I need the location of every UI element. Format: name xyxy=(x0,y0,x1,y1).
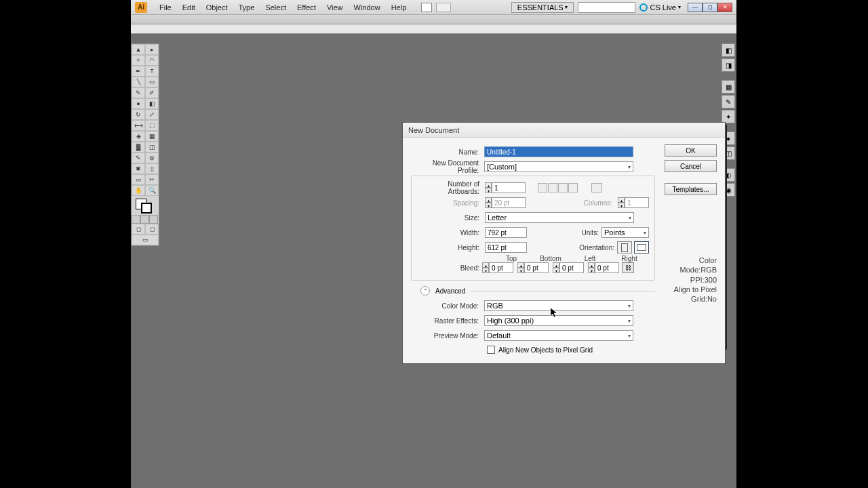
colormode-dropdown[interactable]: RGB▾ xyxy=(484,300,633,311)
colormode-value: RGB xyxy=(487,302,503,310)
line-tool[interactable]: ╲ xyxy=(132,77,145,87)
rectangle-tool[interactable]: ▭ xyxy=(145,77,159,87)
panel-swatches-icon[interactable]: ▦ xyxy=(722,80,735,94)
size-dropdown[interactable]: Letter▾ xyxy=(485,212,634,223)
graph-tool[interactable]: ▯ xyxy=(145,163,159,174)
free-transform-tool[interactable]: ⬚ xyxy=(145,120,159,131)
magic-wand-tool[interactable]: ✧ xyxy=(132,55,145,66)
workspace-switcher[interactable]: ESSENTIALS ▾ xyxy=(511,2,574,13)
stroke-swatch[interactable] xyxy=(141,203,152,214)
spacing-input[interactable] xyxy=(492,197,526,208)
panel-color-icon[interactable]: ◧ xyxy=(722,43,735,57)
minimize-button[interactable]: — xyxy=(688,3,703,12)
raster-label: Raster Effects: xyxy=(411,317,481,325)
cslive-button[interactable]: CS Live ▾ xyxy=(639,3,681,12)
menu-object[interactable]: Object xyxy=(201,0,233,15)
type-tool[interactable]: T xyxy=(145,66,159,77)
gradient-tool[interactable]: ◫ xyxy=(145,142,159,152)
menu-type[interactable]: Type xyxy=(233,0,260,15)
advanced-collapse-button[interactable]: ⌃ xyxy=(420,286,430,296)
menu-view[interactable]: View xyxy=(321,0,349,15)
ok-button[interactable]: OK xyxy=(665,144,717,157)
draw-behind[interactable]: ◻ xyxy=(145,224,159,235)
screen-mode[interactable]: ▭ xyxy=(132,235,159,245)
menu-file[interactable]: File xyxy=(154,0,177,15)
grid-by-col-icon[interactable] xyxy=(548,183,557,192)
pen-tool[interactable]: ✒ xyxy=(132,66,145,77)
chevron-down-icon: ▾ xyxy=(565,4,568,10)
lasso-tool[interactable]: ◠ xyxy=(145,55,159,66)
menu-help[interactable]: Help xyxy=(386,0,412,15)
rotate-tool[interactable]: ↻ xyxy=(132,109,145,120)
bleed-right-input[interactable] xyxy=(595,262,619,273)
link-bleed-button[interactable]: ⛓ xyxy=(622,262,634,273)
panel-symbols-icon[interactable]: ✦ xyxy=(722,110,735,123)
artboard-arrange-buttons xyxy=(538,183,578,192)
units-dropdown[interactable]: Points▾ xyxy=(601,227,649,238)
bleed-right-label: Right xyxy=(610,255,649,262)
search-input[interactable] xyxy=(578,2,635,13)
arrange-row-icon[interactable] xyxy=(558,183,568,192)
artboard-tool[interactable]: ▭ xyxy=(132,174,145,185)
panel-colorguide-icon[interactable]: ◨ xyxy=(722,58,735,72)
templates-button[interactable]: Templates... xyxy=(665,183,717,195)
blend-tool[interactable]: ⊚ xyxy=(145,152,159,163)
fill-stroke-swatch[interactable] xyxy=(132,196,159,215)
eraser-tool[interactable]: ◧ xyxy=(145,98,159,109)
symbol-sprayer-tool[interactable]: ✱ xyxy=(132,163,145,174)
menu-window[interactable]: Window xyxy=(349,0,386,15)
scale-tool[interactable]: ⤢ xyxy=(145,109,159,120)
doc-icon[interactable] xyxy=(421,3,432,12)
height-input[interactable] xyxy=(485,242,527,253)
name-input[interactable] xyxy=(484,146,633,157)
profile-dropdown[interactable]: [Custom]▾ xyxy=(484,161,633,172)
spacing-spinner[interactable]: ▴▾ xyxy=(485,197,526,208)
orientation-landscape-button[interactable] xyxy=(634,241,649,253)
panel-brushes-icon[interactable]: ✎ xyxy=(722,95,735,108)
arrange-col-icon[interactable] xyxy=(568,183,578,192)
artboards-input[interactable] xyxy=(492,182,526,193)
shape-builder-tool[interactable]: ◈ xyxy=(132,131,145,142)
width-input[interactable] xyxy=(485,227,527,238)
slice-tool[interactable]: ✂ xyxy=(145,174,159,185)
direct-selection-tool[interactable]: ▸ xyxy=(145,44,159,55)
draw-normal[interactable]: ◻ xyxy=(132,224,145,235)
bleed-top-input[interactable] xyxy=(489,262,513,273)
eyedropper-tool[interactable]: ✎ xyxy=(132,152,145,163)
color-mode-button[interactable] xyxy=(132,215,140,224)
zoom-tool[interactable]: 🔍 xyxy=(145,185,159,196)
arrange-icon[interactable] xyxy=(436,3,451,12)
menu-effect[interactable]: Effect xyxy=(292,0,321,15)
orientation-portrait-button[interactable] xyxy=(617,241,632,253)
width-tool[interactable]: ⟷ xyxy=(132,120,145,131)
mesh-tool[interactable]: ▓ xyxy=(132,142,145,152)
rtl-toggle-icon[interactable] xyxy=(591,183,602,192)
raster-dropdown[interactable]: High (300 ppi)▾ xyxy=(484,315,633,326)
gradient-mode-button[interactable] xyxy=(140,215,149,224)
close-button[interactable]: ✕ xyxy=(717,3,732,12)
preview-dropdown[interactable]: Default▾ xyxy=(484,330,633,341)
menu-edit[interactable]: Edit xyxy=(177,0,201,15)
cancel-button[interactable]: Cancel xyxy=(665,160,717,172)
none-mode-button[interactable] xyxy=(149,215,158,224)
hand-tool[interactable]: ✋ xyxy=(132,185,145,196)
menu-select[interactable]: Select xyxy=(260,0,292,15)
artboards-label: Number of Artboards: xyxy=(417,180,482,195)
new-document-dialog: New Document Name: New Document Profile:… xyxy=(402,122,726,364)
paintbrush-tool[interactable]: ✎ xyxy=(132,87,145,98)
artboards-spinner[interactable]: ▴▾ xyxy=(485,182,526,193)
columns-spinner[interactable]: ▴▾ xyxy=(618,197,649,208)
toolbox: ▲▸ ✧◠ ✒T ╲▭ ✎✐ ●◧ ↻⤢ ⟷⬚ ◈▦ ▓◫ ✎⊚ ✱▯ ▭✂ ✋… xyxy=(131,43,159,246)
maximize-button[interactable]: ◻ xyxy=(703,3,717,12)
blob-brush-tool[interactable]: ● xyxy=(132,98,145,109)
grid-by-row-icon[interactable] xyxy=(538,183,547,192)
align-pixel-grid-checkbox[interactable] xyxy=(487,346,495,354)
pencil-tool[interactable]: ✐ xyxy=(145,87,159,98)
columns-label: Columns: xyxy=(581,199,615,207)
bleed-bottom-input[interactable] xyxy=(524,262,549,273)
info-grid: Align to Pixel Grid:No xyxy=(665,285,717,304)
bleed-left-input[interactable] xyxy=(559,262,584,273)
columns-input[interactable] xyxy=(625,197,649,208)
selection-tool[interactable]: ▲ xyxy=(132,44,145,55)
perspective-tool[interactable]: ▦ xyxy=(145,131,159,142)
